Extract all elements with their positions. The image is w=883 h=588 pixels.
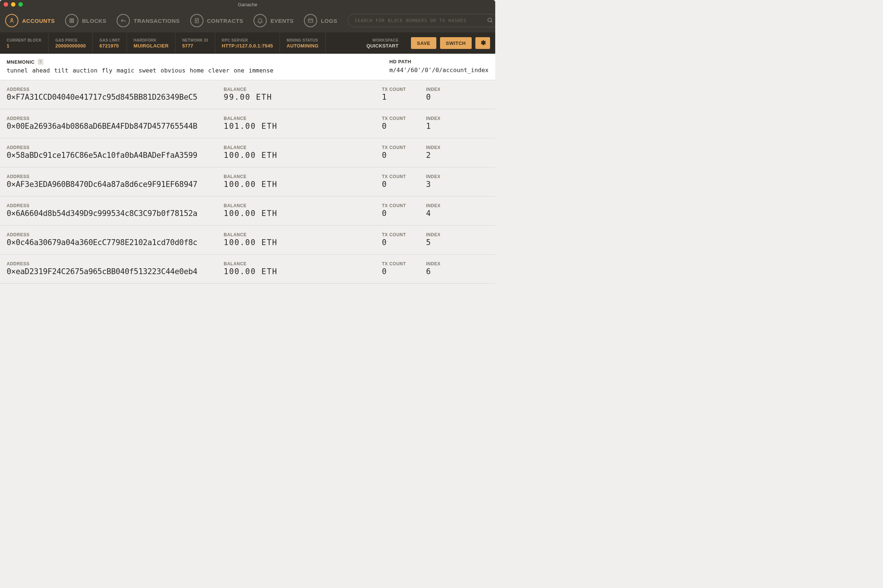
main-nav: ACCOUNTSBLOCKSTRANSACTIONSCONTRACTSEVENT…: [0, 9, 495, 32]
svg-point-0: [11, 19, 13, 21]
nav-label: BLOCKS: [82, 18, 106, 24]
balance-label: BALANCE: [224, 232, 378, 237]
accounts-list: ADDRESS0×F7A31CCD04040e41717c95d845BB81D…: [0, 80, 495, 284]
address-value: 0×eaD2319F24C2675a965cBB040f513223C44e0e…: [7, 267, 220, 276]
tx-count-value: 1: [382, 93, 422, 102]
balance-label: BALANCE: [224, 116, 378, 121]
index-label: INDEX: [426, 232, 466, 237]
status-item-value: 5777: [182, 43, 208, 49]
hd-path-value: m/44'/60'/0'/0/account_index: [389, 67, 489, 74]
balance-label: BALANCE: [224, 174, 378, 179]
index-label: INDEX: [426, 203, 466, 208]
help-icon[interactable]: ?: [37, 59, 43, 65]
address-label: ADDRESS: [7, 174, 220, 179]
svg-rect-4: [72, 21, 73, 22]
tx-count-label: TX COUNT: [382, 203, 422, 208]
tx-count-label: TX COUNT: [382, 174, 422, 179]
address-label: ADDRESS: [7, 232, 220, 237]
nav-logs[interactable]: LOGS: [304, 14, 337, 27]
nav-blocks[interactable]: BLOCKS: [65, 14, 106, 27]
tx-count-label: TX COUNT: [382, 261, 422, 266]
status-item-label: MINING STATUS: [286, 38, 319, 42]
search-input[interactable]: [348, 14, 495, 27]
index-value: 1: [426, 122, 466, 130]
card-icon: [304, 14, 317, 27]
nav-label: EVENTS: [270, 18, 294, 24]
svg-rect-3: [70, 21, 71, 22]
nav-label: TRANSACTIONS: [133, 18, 180, 24]
index-label: INDEX: [426, 145, 466, 150]
balance-value: 100.00 ETH: [224, 267, 378, 276]
balance-value: 101.00 ETH: [224, 122, 378, 130]
status-item-value: 6721975: [99, 43, 120, 49]
status-rpc-server: RPC SERVERHTTP://127.0.0.1:7545: [215, 32, 280, 54]
status-bar: CURRENT BLOCK1GAS PRICE20000000000GAS LI…: [0, 32, 495, 54]
show-key-button[interactable]: [476, 262, 489, 275]
balance-value: 100.00 ETH: [224, 151, 378, 160]
search-icon: [487, 17, 493, 25]
arrow-back-icon: [117, 14, 130, 27]
status-gas-price: GAS PRICE20000000000: [49, 32, 93, 54]
user-icon: [5, 14, 18, 27]
svg-line-12: [491, 21, 492, 22]
nav-transactions[interactable]: TRANSACTIONS: [117, 14, 180, 27]
tx-count-value: 0: [382, 238, 422, 247]
show-key-button[interactable]: [476, 88, 489, 100]
show-key-button[interactable]: [476, 233, 489, 246]
search-wrap: [348, 14, 495, 27]
status-item-label: RPC SERVER: [222, 38, 273, 42]
nav-accounts[interactable]: ACCOUNTS: [5, 14, 55, 27]
hd-path-label: HD PATH: [389, 59, 489, 64]
workspace-value: QUICKSTART: [366, 43, 399, 49]
status-network-id: NETWORK ID5777: [175, 32, 215, 54]
address-label: ADDRESS: [7, 87, 220, 92]
mnemonic-words: tunnel ahead tilt auction fly magic swee…: [7, 67, 378, 74]
show-key-button[interactable]: [476, 204, 489, 217]
nav-events[interactable]: EVENTS: [253, 14, 294, 27]
index-label: INDEX: [426, 87, 466, 92]
address-value: 0×0c46a30679a04a360EcC7798E2102a1cd70d0f…: [7, 238, 220, 247]
address-value: 0×58aBDc91ce176C86e5Ac10fa0bA4BADeFfaA35…: [7, 151, 220, 160]
tx-count-value: 0: [382, 122, 422, 130]
account-row: ADDRESS0×00Ea26936a4b0868aD6BEA4FDb847D4…: [0, 109, 495, 138]
status-item-value: 20000000000: [55, 43, 86, 49]
address-label: ADDRESS: [7, 116, 220, 121]
tx-count-label: TX COUNT: [382, 87, 422, 92]
address-label: ADDRESS: [7, 145, 220, 150]
status-item-value: AUTOMINING: [286, 43, 319, 49]
address-value: 0×F7A31CCD04040e41717c95d845BB81D26349Be…: [7, 93, 220, 102]
index-value: 3: [426, 180, 466, 189]
status-hardfork: HARDFORKMUIRGLACIER: [127, 32, 175, 54]
status-item-value: HTTP://127.0.0.1:7545: [222, 43, 273, 49]
save-button[interactable]: SAVE: [411, 37, 436, 49]
show-key-button[interactable]: [476, 175, 489, 188]
gear-icon: [480, 39, 486, 47]
address-value: 0×AF3e3EDA960B8470Dc64a87a8d6ce9F91EF689…: [7, 180, 220, 189]
status-mining-status: MINING STATUSAUTOMINING: [280, 32, 325, 54]
nav-label: ACCOUNTS: [22, 18, 55, 24]
grid-icon: [65, 14, 78, 27]
account-row: ADDRESS0×6A6604d8b54d349D9c999534c8C3C97…: [0, 196, 495, 225]
tx-count-value: 0: [382, 180, 422, 189]
account-row: ADDRESS0×58aBDc91ce176C86e5Ac10fa0bA4BAD…: [0, 138, 495, 167]
status-current-block: CURRENT BLOCK1: [0, 32, 49, 54]
status-item-label: HARDFORK: [133, 38, 168, 42]
show-key-button[interactable]: [476, 146, 489, 159]
status-item-value: 1: [7, 43, 42, 49]
settings-button[interactable]: [475, 37, 490, 49]
titlebar: Ganache: [0, 0, 495, 9]
status-item-label: GAS LIMIT: [99, 38, 120, 42]
show-key-button[interactable]: [476, 117, 489, 129]
balance-value: 99.00 ETH: [224, 93, 378, 102]
account-row: ADDRESS0×AF3e3EDA960B8470Dc64a87a8d6ce9F…: [0, 167, 495, 196]
tx-count-label: TX COUNT: [382, 116, 422, 121]
address-value: 0×6A6604d8b54d349D9c999534c8C3C97b0f7815…: [7, 209, 220, 218]
account-row: ADDRESS0×F7A31CCD04040e41717c95d845BB81D…: [0, 80, 495, 109]
index-value: 2: [426, 151, 466, 160]
status-item-value: MUIRGLACIER: [133, 43, 168, 49]
switch-button[interactable]: SWITCH: [440, 37, 472, 49]
svg-rect-9: [308, 19, 313, 22]
nav-contracts[interactable]: CONTRACTS: [190, 14, 244, 27]
index-value: 5: [426, 238, 466, 247]
address-value: 0×00Ea26936a4b0868aD6BEA4FDb847D45776554…: [7, 122, 220, 130]
